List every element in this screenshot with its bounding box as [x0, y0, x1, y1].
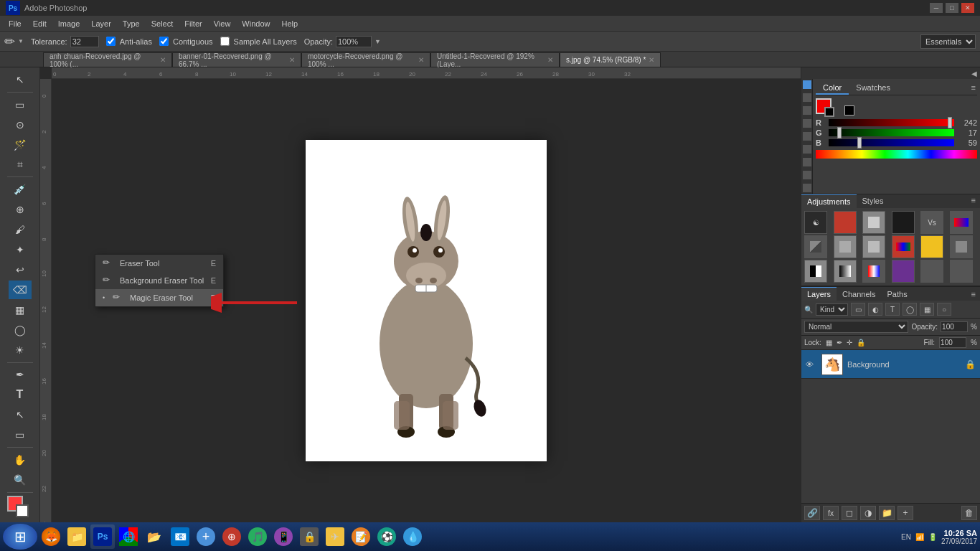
zoom-tool[interactable]: 🔍 [9, 471, 32, 489]
layers-kind-select[interactable]: Kind [816, 303, 848, 316]
fg-color-swatch[interactable] [816, 98, 831, 114]
styles-tab[interactable]: Styles [857, 194, 890, 208]
menu-window[interactable]: Window [236, 18, 275, 29]
type-tool[interactable]: T [9, 385, 32, 404]
tab-close-motorcycle[interactable]: ✕ [418, 56, 424, 64]
opacity-input[interactable] [336, 36, 372, 47]
tab-close-anh-chuan[interactable]: ✕ [160, 56, 166, 64]
color-tab[interactable]: Color [816, 82, 849, 95]
workspace-select[interactable]: Essentials [920, 34, 976, 49]
lock-transparency[interactable]: ▦ [826, 339, 832, 347]
b-slider-thumb[interactable] [857, 137, 862, 149]
quick-select-tool[interactable]: 🪄 [9, 136, 32, 154]
adj-curves[interactable] [834, 211, 857, 234]
tab-banner[interactable]: banner-01-Recovered.png @ 66.7% ... ✕ [172, 52, 301, 67]
layer-new-btn[interactable]: + [897, 506, 913, 520]
magic-eraser-tool-icon[interactable]: ✏ [4, 34, 15, 50]
taskbar-plus[interactable]: + [194, 524, 218, 549]
taskbar-lock[interactable]: 🔒 [297, 524, 321, 549]
adjustments-tab[interactable]: Adjustments [801, 194, 857, 208]
taskbar-notes[interactable]: ✈ [323, 524, 347, 549]
restore-btn[interactable]: □ [946, 3, 958, 13]
clone-stamp-tool[interactable]: ✦ [9, 240, 32, 259]
adj-channel-mixer[interactable] [862, 235, 885, 258]
taskbar-app2[interactable]: ⊕ [220, 524, 244, 549]
eraser-tool[interactable]: ⌫ [9, 281, 32, 299]
history-brush-tool[interactable]: ↩ [9, 260, 32, 279]
menu-filter[interactable]: Filter [179, 18, 207, 29]
color-spectrum[interactable] [816, 150, 977, 159]
taskbar-misc3[interactable]: 💧 [400, 524, 425, 549]
blur-tool[interactable]: ◯ [9, 321, 32, 339]
hand-tool[interactable]: ✋ [9, 451, 32, 469]
tab-motorcycle[interactable]: motorcycle-Recovered.png @ 100% ... ✕ [301, 52, 430, 67]
bg-eraser-tool-menu-item[interactable]: ✏ Background Eraser Tool E [95, 272, 223, 289]
menu-image[interactable]: Image [52, 18, 86, 29]
canvas-area[interactable]: 0 2 4 6 8 10 12 14 16 18 20 22 24 26 28 … [40, 67, 801, 522]
adj-threshold[interactable] [804, 260, 827, 283]
layers-filter-pixel[interactable]: ▭ [851, 303, 865, 316]
layer-adj-btn[interactable]: ◑ [860, 506, 876, 520]
opacity-input[interactable] [941, 321, 968, 332]
eraser-tool-menu-item[interactable]: ✏ Eraser Tool E [95, 255, 223, 272]
adj-posterize[interactable] [950, 235, 973, 258]
bg-color-swatch[interactable] [824, 107, 834, 117]
layer-mask-btn[interactable]: ◻ [842, 506, 857, 520]
layer-background[interactable]: 👁 🐴 Background 🔒 [801, 350, 980, 379]
lock-paint[interactable]: ✒ [837, 339, 842, 347]
close-btn[interactable]: ✕ [961, 3, 974, 13]
start-button[interactable]: ⊞ [3, 524, 37, 550]
adj-brightness[interactable]: ☯ [804, 211, 827, 234]
panel-icon-5[interactable] [803, 132, 811, 141]
adj-cb[interactable] [804, 235, 827, 258]
menu-type[interactable]: Type [117, 18, 146, 29]
adj-hsl[interactable] [950, 211, 973, 234]
taskbar-misc1[interactable]: 📝 [349, 524, 373, 549]
tab-s-jpg[interactable]: s.jpg @ 74.5% (RGB/8) * ✕ [560, 52, 661, 67]
adj-exposure[interactable] [892, 211, 915, 234]
path-select-tool[interactable]: ↖ [9, 405, 32, 424]
minimize-btn[interactable]: ─ [930, 3, 943, 13]
layers-tab[interactable]: Layers [801, 287, 837, 301]
b-slider-track[interactable] [829, 139, 954, 146]
crop-tool[interactable]: ⌗ [9, 156, 32, 174]
adj-color-lookup[interactable] [892, 235, 915, 258]
layer-visibility-eye[interactable]: 👁 [806, 360, 817, 369]
marquee-tool[interactable]: ▭ [9, 95, 32, 114]
taskbar-photoshop[interactable]: Ps [90, 524, 115, 549]
swap-colors[interactable] [844, 105, 854, 116]
pen-tool[interactable]: ✒ [9, 365, 32, 384]
taskbar-lang[interactable]: EN [901, 533, 911, 541]
panel-icon-7[interactable] [803, 158, 811, 166]
lock-position[interactable]: ✛ [847, 339, 852, 347]
gradient-tool[interactable]: ▦ [9, 301, 32, 319]
adj-panel-menu[interactable]: ≡ [967, 194, 980, 208]
channels-tab[interactable]: Channels [837, 288, 881, 301]
tab-anh-chuan[interactable]: anh chuan-Recovered.jpg @ 100% (... ✕ [43, 52, 172, 67]
contiguous-checkbox[interactable] [159, 37, 169, 46]
panel-collapse-btn[interactable]: ◀ [971, 70, 977, 77]
layers-filter-adj[interactable]: ◐ [868, 303, 882, 316]
taskbar-explorer[interactable]: 📁 [65, 524, 89, 549]
layer-group-btn[interactable]: 📁 [879, 506, 895, 520]
brush-tool[interactable]: 🖌 [9, 220, 32, 239]
lasso-tool[interactable]: ⊙ [9, 116, 32, 134]
adj-invert[interactable] [920, 235, 943, 258]
taskbar-downloads[interactable]: 📂 [142, 524, 166, 549]
layer-delete-btn[interactable]: 🗑 [961, 506, 977, 520]
menu-layer[interactable]: Layer [85, 18, 117, 29]
r-slider-track[interactable] [829, 119, 954, 126]
panel-icon-4[interactable] [803, 119, 811, 128]
taskbar-firefox[interactable]: 🦊 [39, 524, 63, 549]
adj-empty1[interactable] [920, 260, 943, 283]
lock-all[interactable]: 🔒 [857, 339, 865, 347]
fill-input[interactable] [939, 337, 966, 348]
anti-alias-checkbox[interactable] [106, 37, 116, 46]
sample-all-checkbox[interactable] [220, 37, 230, 46]
blend-mode-select[interactable]: Normal [804, 321, 908, 333]
background-color[interactable] [16, 504, 29, 517]
taskbar-network[interactable]: 📶 [915, 533, 924, 541]
eyedropper-tool[interactable]: 💉 [9, 180, 32, 199]
panel-icon-8[interactable] [803, 171, 811, 179]
color-panel-menu[interactable]: ≡ [970, 82, 977, 95]
